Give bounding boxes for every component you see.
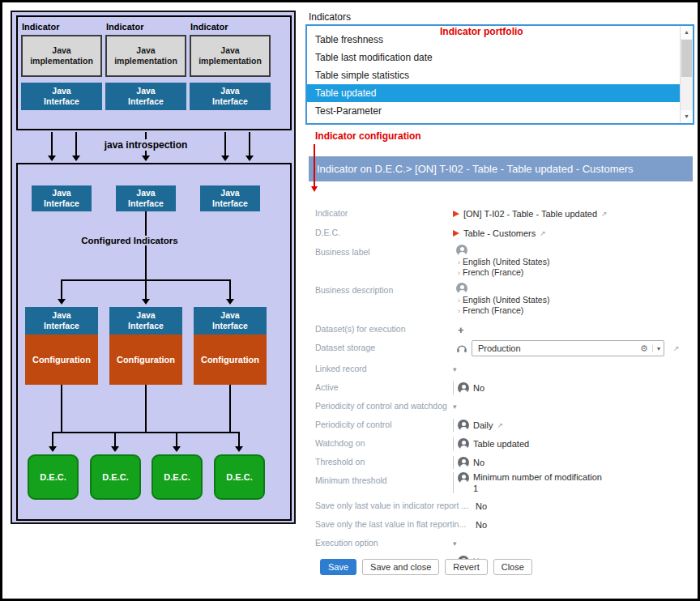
- scroll-up-icon[interactable]: ▲: [681, 26, 693, 39]
- divider: [453, 456, 454, 469]
- expand-caret-icon[interactable]: ›: [458, 296, 460, 305]
- field-label: Save only the last value in flat reporti…: [315, 519, 466, 529]
- form-section-periodicity: Periodicity of control and watchdog ▾: [309, 398, 693, 416]
- arrow-down: [176, 432, 177, 446]
- user-icon: [458, 420, 469, 431]
- language-entry[interactable]: French (France): [463, 305, 523, 315]
- list-item[interactable]: Table simple statistics: [307, 66, 680, 84]
- close-button[interactable]: Close: [493, 559, 532, 575]
- field-label: Dataset(s) for execution: [315, 324, 405, 334]
- arrow-down: [249, 132, 250, 156]
- combobox-value: Production: [478, 343, 640, 353]
- form-section-linked-record: Linked record ▾: [309, 360, 693, 378]
- indicator-group-1: Indicator Java implementation Java Inter…: [21, 20, 102, 110]
- gear-icon[interactable]: ⚙: [640, 343, 648, 354]
- dec-box: D.E.C.: [90, 454, 141, 500]
- dataset-storage-combobox[interactable]: Production ⚙ ▾: [472, 340, 664, 356]
- collapse-caret-icon[interactable]: ▾: [453, 539, 457, 548]
- connector-line: [145, 211, 147, 279]
- form-row-datasets-execution: Dataset(s) for execution +: [309, 321, 693, 339]
- form-row-dataset-storage: Dataset storage Production ⚙ ▾ ↗: [309, 339, 693, 357]
- divider: [453, 381, 454, 394]
- java-implementation-box: Java implementation: [190, 35, 271, 77]
- java-interface-box: Java Interface: [109, 307, 182, 335]
- java-interface-box: Java Interface: [200, 185, 260, 211]
- chevron-down-icon[interactable]: ▾: [652, 345, 660, 352]
- external-link-icon[interactable]: ↗: [497, 421, 503, 429]
- list-item[interactable]: Test-Parameter: [307, 102, 680, 120]
- revert-button[interactable]: Revert: [445, 559, 487, 575]
- field-label: Business label: [315, 247, 370, 257]
- field-value-2: 1: [473, 484, 602, 495]
- configuration-box: Configuration: [25, 335, 98, 385]
- divider: [453, 472, 454, 493]
- section-label: Linked record: [315, 364, 367, 373]
- collapse-caret-icon[interactable]: ▾: [453, 365, 457, 373]
- user-icon: [458, 457, 469, 468]
- field-label: D.E.C.: [315, 228, 340, 237]
- field-label: Watchdog on: [315, 438, 365, 448]
- field-value: Minimum number of modification: [473, 472, 602, 484]
- indicator-portfolio-listbox: Table freshness Table last modification …: [305, 24, 694, 125]
- user-icon: [458, 438, 469, 450]
- save-button[interactable]: Save: [320, 559, 356, 575]
- configured-indicators-label: Configured Indicators: [49, 236, 211, 245]
- arrow-down: [145, 279, 147, 299]
- expand-caret-icon[interactable]: ›: [458, 307, 460, 315]
- external-link-icon[interactable]: ↗: [601, 210, 608, 218]
- java-interface-box: Java Interface: [21, 83, 102, 110]
- collapse-caret-icon[interactable]: ▾: [453, 403, 457, 411]
- record-link-icon: [453, 230, 459, 237]
- expand-caret-icon[interactable]: ›: [458, 269, 460, 277]
- external-link-icon[interactable]: ↗: [673, 344, 680, 352]
- arrow-down: [51, 132, 53, 156]
- form-row-business-label: Business label ›English (United States) …: [309, 244, 693, 281]
- arrow-down: [238, 432, 240, 446]
- field-label: Threshold on: [315, 457, 365, 467]
- language-entry[interactable]: French (France): [463, 267, 523, 277]
- user-icon: [458, 472, 469, 484]
- language-entry[interactable]: English (United States): [463, 257, 549, 266]
- configuration-box: Configuration: [109, 335, 182, 385]
- indicator-group-2: Indicator Java implementation Java Inter…: [105, 20, 186, 110]
- annotation-indicator-portfolio: Indicator portfolio: [440, 26, 523, 37]
- field-label: Dataset storage: [315, 343, 375, 352]
- external-link-icon[interactable]: ↗: [540, 229, 546, 237]
- scroll-down-icon[interactable]: ▼: [681, 110, 693, 123]
- field-label: Business description: [315, 285, 393, 295]
- list-item-selected[interactable]: Table updated: [307, 84, 680, 102]
- connector-line: [61, 385, 62, 433]
- list-item[interactable]: Table last modification date: [307, 49, 680, 66]
- configured-indicators-panel: Java Interface Java Interface Java Inter…: [16, 163, 292, 521]
- add-dataset-icon[interactable]: +: [458, 324, 464, 336]
- indicator-group-3: Indicator Java implementation Java Inter…: [190, 20, 271, 110]
- listbox-scrollbar[interactable]: ▲ ▼: [680, 26, 693, 123]
- field-label: Save only last value in indicator report…: [315, 501, 468, 510]
- field-value: Daily: [473, 420, 493, 430]
- field-label: Indicator: [315, 208, 348, 218]
- configuration-box: Configuration: [194, 335, 267, 385]
- indicator-record-link[interactable]: [ON] T-I02 - Table - Table updated: [463, 209, 597, 219]
- connector-line: [52, 432, 240, 433]
- language-entry[interactable]: English (United States): [463, 295, 549, 305]
- expand-caret-icon[interactable]: ›: [458, 258, 460, 266]
- arrow-down: [229, 279, 231, 299]
- arrow-down: [114, 432, 116, 446]
- divider: [453, 437, 454, 450]
- section-label: Execution option: [315, 538, 378, 548]
- dec-record-link[interactable]: Table - Customers: [463, 228, 536, 238]
- indicators-list-label: Indicators: [309, 11, 351, 23]
- form-row-periodicity-control: Periodicity of control Daily ↗: [309, 416, 693, 434]
- dec-box: D.E.C.: [152, 454, 203, 500]
- arrow-down: [52, 432, 53, 446]
- indicator-title: Indicator: [106, 22, 186, 32]
- form-button-bar: Save Save and close Revert Close: [320, 559, 532, 575]
- form-row-save-last-indicator: Save only last value in indicator report…: [309, 497, 693, 515]
- user-icon: [458, 382, 469, 394]
- configured-indicator-3: Java Interface Configuration: [194, 307, 267, 385]
- divider: [453, 419, 454, 432]
- form-row-threshold-on: Threshold on No: [309, 454, 693, 471]
- scrollbar-thumb[interactable]: [681, 40, 692, 77]
- configured-indicator-2: Java Interface Configuration: [109, 307, 182, 385]
- save-and-close-button[interactable]: Save and close: [362, 559, 439, 575]
